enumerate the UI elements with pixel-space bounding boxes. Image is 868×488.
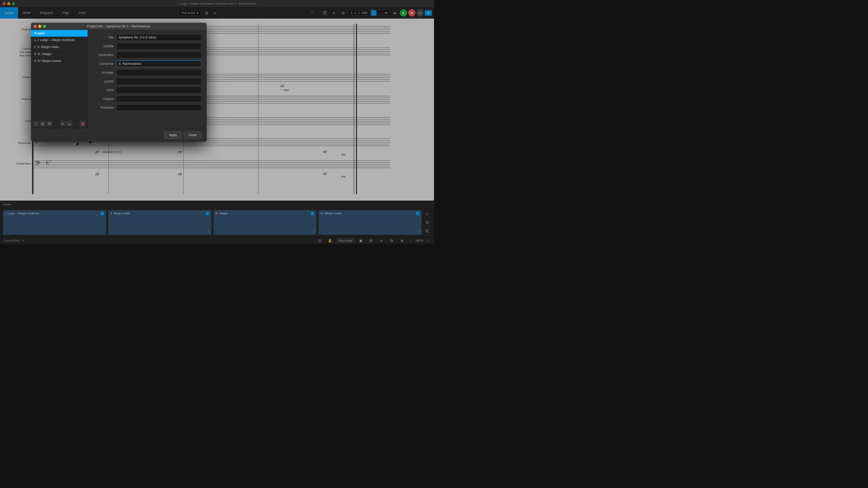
sidebar-item-0[interactable]: 1. I. Largo – Allegro moderato	[31, 37, 88, 44]
dialog-maximize-button[interactable]	[43, 25, 46, 28]
apply-button[interactable]: Apply	[164, 131, 182, 139]
tab-write[interactable]: Write	[18, 7, 36, 19]
window-title: I. Largo – Allegro moderato in Symphony …	[178, 2, 256, 5]
dialog-minimize-button[interactable]	[38, 25, 41, 28]
svg-text:espr.: espr.	[284, 88, 289, 92]
dialog-sidebar: Project 1. I. Largo – Allegro moderato 2…	[31, 30, 88, 128]
sidebar-item-1[interactable]: 2. II. Allegro molto	[31, 44, 88, 51]
settings-icon[interactable]: ⚙	[339, 9, 347, 17]
rewind-icon[interactable]: ⏮	[391, 9, 399, 17]
tab-play[interactable]: Play	[58, 7, 74, 19]
chevron-down-icon: ▾	[22, 239, 24, 242]
move-down-icon[interactable]: ▾	[60, 121, 66, 127]
flow-item-0[interactable]: I. Largo – Allegro moderato ✓ 1	[3, 210, 106, 235]
add-item-button[interactable]: +	[33, 121, 39, 127]
flow-title-0: I. Largo – Allegro moderato	[5, 212, 39, 215]
input-dedication[interactable]	[116, 52, 202, 58]
svg-text:Side Drum: Side Drum	[20, 51, 31, 54]
flow-checkbox-0[interactable]: ✓	[100, 212, 104, 215]
concert-pitch-label: Concert Pitch	[3, 239, 20, 242]
input-composer[interactable]	[116, 60, 202, 67]
svg-text:Bass Drum: Bass Drum	[20, 54, 31, 57]
delete-button[interactable]: 🗑	[80, 121, 86, 127]
flow-item-3-header: IV. Allegro vivace ✓	[320, 212, 420, 215]
form-row-subtitle: Subtitle	[93, 43, 202, 50]
input-arranger[interactable]	[116, 69, 202, 76]
flows-content: I. Largo – Allegro moderato ✓ 1 II. Alle…	[0, 208, 434, 237]
flow-item-2-header: III. Adagio ✓	[215, 212, 314, 215]
view-single-icon[interactable]: ▣	[356, 236, 365, 244]
svg-text:Double Bass: Double Bass	[17, 162, 31, 165]
delete-flow-button[interactable]: 🗑	[424, 227, 431, 234]
sidebar-item-3[interactable]: 4. IV. Allegro vivace	[31, 58, 88, 65]
input-lyricist[interactable]	[116, 78, 202, 85]
label-composer: Composer	[93, 62, 114, 66]
zoom-controls: − 287% +	[408, 238, 431, 243]
add-flow-button[interactable]: +	[424, 211, 431, 218]
svg-text:𝄢: 𝄢	[35, 160, 40, 169]
expand-icon[interactable]: ⌃	[308, 9, 316, 17]
close-button[interactable]: Close	[184, 131, 202, 139]
score-selector-value: Full score	[182, 11, 195, 15]
svg-text:Cymbals: Cymbals	[22, 47, 31, 50]
input-copyist[interactable]	[116, 96, 202, 102]
window-icon[interactable]: ▭	[211, 9, 219, 17]
flow-checkbox-3[interactable]: ✓	[416, 212, 420, 215]
form-row-publisher: Publisher	[93, 104, 202, 111]
tab-engrave[interactable]: Engrave	[36, 7, 58, 19]
flow-item-2[interactable]: III. Adagio ✓ 3	[213, 210, 316, 235]
flow-checkbox-1[interactable]: ✓	[206, 212, 209, 215]
sidebar-section-project[interactable]: Project	[31, 30, 88, 37]
note-input-toggle[interactable]: ♩	[371, 10, 376, 16]
input-subtitle[interactable]	[116, 43, 202, 50]
maximize-button[interactable]	[12, 2, 15, 5]
view-options-icon[interactable]: ⚙	[388, 236, 396, 244]
video-icon[interactable]: 🎬	[320, 9, 329, 17]
flow-title-2: III. Adagio	[215, 212, 228, 215]
dialog-close-button[interactable]	[34, 25, 37, 28]
move-up-icon[interactable]: ▴	[67, 121, 72, 127]
layout-icon[interactable]: ⊞	[203, 9, 211, 17]
selection-tool[interactable]: ⊡	[316, 236, 324, 244]
play-button[interactable]: ▶	[400, 9, 407, 17]
label-dedication: Dedication	[93, 53, 114, 57]
form-row-lyricist: Lyricist	[93, 78, 202, 85]
mixer-icon[interactable]: ≡	[330, 9, 338, 17]
close-button[interactable]	[3, 2, 6, 5]
record-button[interactable]: ⏺	[408, 9, 415, 17]
input-artist[interactable]	[116, 87, 202, 94]
duplicate-button[interactable]: ⧉	[46, 121, 52, 127]
form-row-copyist: Copyist	[93, 96, 202, 102]
flow-item-1[interactable]: II. Allegro molto ✓ 2	[108, 210, 211, 235]
label-subtitle: Subtitle	[93, 44, 114, 48]
position-display: 1.1.1.000	[348, 10, 370, 15]
add-child-button[interactable]: ⊞	[40, 121, 45, 127]
svg-text:pp: pp	[95, 150, 99, 154]
label-title: Title	[93, 36, 114, 39]
flow-checkbox-2[interactable]: ✓	[311, 212, 314, 215]
chevron-down-icon: ▾	[196, 11, 198, 15]
minimize-button[interactable]	[7, 2, 10, 5]
flow-item-0-header: I. Largo – Allegro moderato ✓	[5, 212, 104, 215]
sidebar-item-2[interactable]: 3. III. Adagio	[31, 51, 88, 58]
dialog-body: Project 1. I. Largo – Allegro moderato 2…	[31, 30, 207, 128]
tab-print[interactable]: Print	[74, 7, 90, 19]
tab-setup[interactable]: Setup	[0, 7, 18, 19]
label-artist: Artist	[93, 88, 114, 92]
score-selector[interactable]: Full score ▾	[179, 10, 200, 15]
input-publisher[interactable]	[116, 104, 202, 111]
flow-item-3[interactable]: IV. Allegro vivace ✓ 4	[318, 210, 422, 235]
view-scroll-icon[interactable]: ≡	[377, 236, 385, 244]
input-title[interactable]	[116, 34, 202, 41]
view-multi-icon[interactable]: ⊞	[367, 236, 375, 244]
view-mode-button[interactable]: Page View	[336, 238, 354, 243]
loop-button[interactable]: ⇄	[416, 9, 424, 17]
zoom-in-button[interactable]: +	[426, 238, 431, 243]
hand-tool[interactable]: ✋	[326, 236, 334, 244]
power-toggle[interactable]: ⏻	[425, 10, 432, 16]
zoom-out-button[interactable]: −	[408, 238, 413, 243]
zoom-fit-icon[interactable]: ⊕	[398, 236, 406, 244]
flow-settings-button[interactable]: ⚙	[424, 219, 431, 226]
svg-text:Viola: Viola	[25, 119, 31, 122]
svg-text:#: #	[50, 159, 51, 162]
